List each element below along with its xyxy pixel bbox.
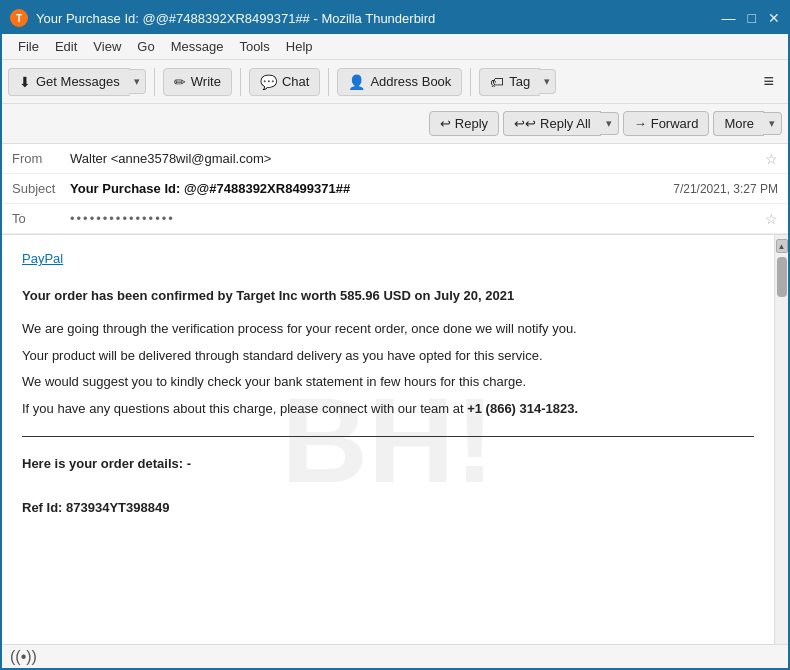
subject-value: Your Purchase Id: @@#7488392XR8499371## xyxy=(70,181,673,196)
email-body-text: Your order has been confirmed by Target … xyxy=(22,286,754,420)
address-book-icon: 👤 xyxy=(348,74,365,90)
get-messages-button[interactable]: ⬇ Get Messages xyxy=(8,68,130,96)
reply-button[interactable]: ↩ Reply xyxy=(429,111,499,136)
chat-label: Chat xyxy=(282,74,309,89)
reply-all-label: Reply All xyxy=(540,116,591,131)
close-button[interactable]: ✕ xyxy=(768,10,780,26)
reply-icon: ↩ xyxy=(440,116,451,131)
body-para4: If you have any questions about this cha… xyxy=(22,399,754,420)
forward-label: Forward xyxy=(651,116,699,131)
order-details-label: Here is your order details: - xyxy=(22,453,754,475)
reply-label: Reply xyxy=(455,116,488,131)
chat-button[interactable]: 💬 Chat xyxy=(249,68,320,96)
email-body: BH! PayPal Your order has been confirmed… xyxy=(2,235,774,644)
tag-dropdown[interactable]: ▾ xyxy=(539,69,556,94)
body-para4-prefix: If you have any questions about this cha… xyxy=(22,401,467,416)
more-dropdown[interactable]: ▾ xyxy=(763,112,782,135)
order-details: Here is your order details: - Ref Id: 87… xyxy=(22,453,754,519)
ref-id: Ref Id: 873934YT398849 xyxy=(22,497,754,519)
forward-icon: → xyxy=(634,116,647,131)
star-icon[interactable]: ☆ xyxy=(765,151,778,167)
get-messages-icon: ⬇ xyxy=(19,74,31,90)
get-messages-dropdown[interactable]: ▾ xyxy=(129,69,146,94)
from-row: From Walter <anne3578wil@gmail.com> ☆ xyxy=(2,144,788,174)
paypal-link[interactable]: PayPal xyxy=(22,251,754,266)
get-messages-label: Get Messages xyxy=(36,74,120,89)
to-row: To •••••••••••••••• ☆ xyxy=(2,204,788,234)
scrollbar-thumb[interactable] xyxy=(777,257,787,297)
body-para1: We are going through the verification pr… xyxy=(22,319,754,340)
window-title: Your Purchase Id: @@#7488392XR8499371## … xyxy=(36,11,722,26)
forward-button[interactable]: → Forward xyxy=(623,111,710,136)
from-value: Walter <anne3578wil@gmail.com> xyxy=(70,151,759,166)
reply-all-dropdown[interactable]: ▾ xyxy=(600,112,619,135)
tag-button[interactable]: 🏷 Tag xyxy=(479,68,540,96)
separator-4 xyxy=(470,68,471,96)
status-bar: ((•)) xyxy=(2,644,788,668)
from-label: From xyxy=(12,151,62,166)
menu-tools[interactable]: Tools xyxy=(231,37,277,56)
menu-file[interactable]: File xyxy=(10,37,47,56)
window-controls: — □ ✕ xyxy=(722,10,780,26)
menu-edit[interactable]: Edit xyxy=(47,37,85,56)
body-para2: Your product will be delivered through s… xyxy=(22,346,754,367)
scrollbar[interactable]: ▲ xyxy=(774,235,788,644)
reply-all-icon: ↩↩ xyxy=(514,116,536,131)
menu-bar: File Edit View Go Message Tools Help xyxy=(2,34,788,60)
menu-view[interactable]: View xyxy=(85,37,129,56)
separator-2 xyxy=(240,68,241,96)
menu-go[interactable]: Go xyxy=(129,37,162,56)
subject-label: Subject xyxy=(12,181,62,196)
status-icon: ((•)) xyxy=(10,648,37,666)
subject-row: Subject Your Purchase Id: @@#7488392XR84… xyxy=(2,174,788,204)
scrollbar-up[interactable]: ▲ xyxy=(776,239,788,253)
tag-icon: 🏷 xyxy=(490,74,504,90)
email-body-wrapper: BH! PayPal Your order has been confirmed… xyxy=(2,235,788,644)
divider xyxy=(22,436,754,437)
hamburger-menu[interactable]: ≡ xyxy=(755,67,782,96)
date-value: 7/21/2021, 3:27 PM xyxy=(673,182,778,196)
main-window: T Your Purchase Id: @@#7488392XR8499371#… xyxy=(0,0,790,670)
chat-icon: 💬 xyxy=(260,74,277,90)
to-value: •••••••••••••••• xyxy=(70,211,759,226)
menu-help[interactable]: Help xyxy=(278,37,321,56)
separator-1 xyxy=(154,68,155,96)
more-label: More xyxy=(724,116,754,131)
separator-3 xyxy=(328,68,329,96)
menu-message[interactable]: Message xyxy=(163,37,232,56)
app-icon: T xyxy=(10,9,28,27)
toolbar: ⬇ Get Messages ▾ ✏ Write 💬 Chat 👤 Addres… xyxy=(2,60,788,104)
minimize-button[interactable]: — xyxy=(722,10,736,26)
write-icon: ✏ xyxy=(174,74,186,90)
write-button[interactable]: ✏ Write xyxy=(163,68,232,96)
app-icon-text: T xyxy=(16,13,22,24)
reply-all-button[interactable]: ↩↩ Reply All xyxy=(503,111,601,136)
email-meta: ↩ Reply ↩↩ Reply All ▾ → Forward More ▾ … xyxy=(2,104,788,235)
address-book-label: Address Book xyxy=(370,74,451,89)
title-bar: T Your Purchase Id: @@#7488392XR8499371#… xyxy=(2,2,788,34)
maximize-button[interactable]: □ xyxy=(748,10,756,26)
to-star-icon[interactable]: ☆ xyxy=(765,211,778,227)
body-para3: We would suggest you to kindly check you… xyxy=(22,372,754,393)
to-label: To xyxy=(12,211,62,226)
phone-number: +1 (866) 314-1823. xyxy=(467,401,578,416)
write-label: Write xyxy=(191,74,221,89)
more-button[interactable]: More xyxy=(713,111,764,136)
address-book-button[interactable]: 👤 Address Book xyxy=(337,68,462,96)
action-bar: ↩ Reply ↩↩ Reply All ▾ → Forward More ▾ xyxy=(2,104,788,144)
main-bold-text: Your order has been confirmed by Target … xyxy=(22,286,754,307)
tag-label: Tag xyxy=(509,74,530,89)
email-content: PayPal Your order has been confirmed by … xyxy=(22,251,754,519)
